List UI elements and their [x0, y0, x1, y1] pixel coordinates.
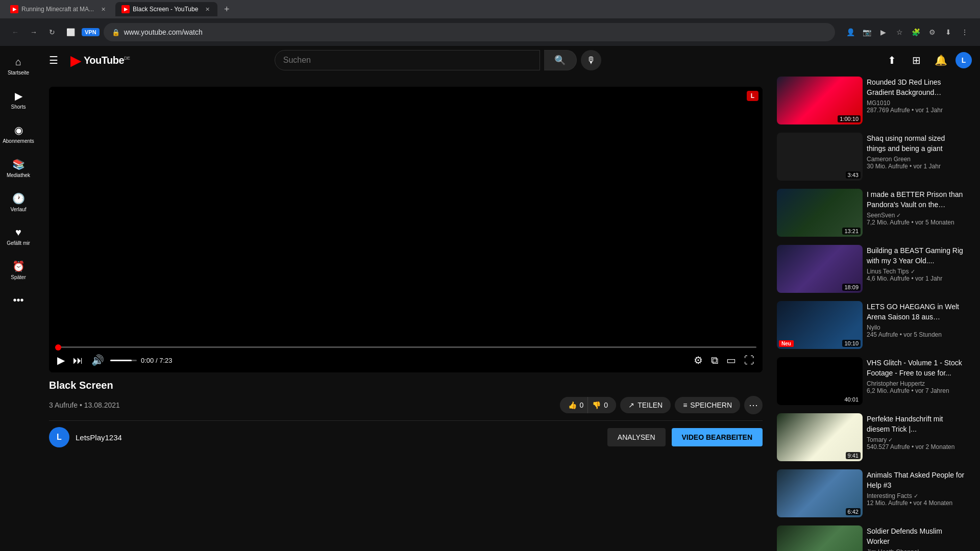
browser-tab-2[interactable]: ▶ Black Screen - YouTube ✕	[115, 2, 217, 16]
miniplayer-button[interactable]: ⧉	[709, 353, 720, 368]
volume-bar[interactable]	[110, 360, 137, 361]
recommendation-item[interactable]: 1:00:10 Rounded 3D Red Lines Gradient Ba…	[775, 74, 968, 127]
like-button[interactable]: 👍 0	[560, 397, 588, 413]
address-bar[interactable]: 🔒 www.youtube.com/watch	[104, 23, 835, 41]
search-bar[interactable]	[275, 50, 540, 70]
more-icon: •••	[13, 294, 23, 306]
more-actions-button[interactable]: ⋯	[744, 396, 763, 414]
rec-stats: 12 Mio. Aufrufe • vor 4 Monaten	[867, 499, 966, 507]
sidebar-item-liked[interactable]: ♥ Gefällt mir	[0, 220, 37, 252]
like-count: 0	[580, 401, 584, 409]
rec-thumbnail: 13:21	[777, 189, 863, 237]
rec-info: Animals That Asked People for Help #3 In…	[867, 469, 966, 517]
sidebar-item-subscriptions[interactable]: ◉ Abonnements	[0, 118, 37, 150]
rec-duration: 18:09	[842, 284, 861, 291]
back-button[interactable]: ←	[8, 25, 22, 39]
rec-info: Perfekte Handschrift mit diesem Trick |.…	[867, 413, 966, 461]
video-section: L ▶ ⏭ 🔊	[37, 74, 775, 551]
volume-button[interactable]: 🔊	[89, 352, 106, 368]
more-options-icon[interactable]: ⋮	[958, 25, 972, 39]
bookmark-icon[interactable]: ☆	[892, 25, 906, 39]
sidebar-liked-label: Gefällt mir	[7, 240, 30, 246]
progress-dot	[55, 344, 61, 350]
sidebar-item-library[interactable]: 📚 Mediathek	[0, 152, 37, 184]
rec-channel: Jim Heath Channel	[867, 548, 966, 551]
rec-channel: Tomary ✓	[867, 436, 966, 443]
verified-icon: ✓	[914, 493, 918, 499]
yt-logo-icon: ▶	[70, 52, 82, 69]
sidebar-item-shorts[interactable]: ▶ Shorts	[0, 84, 37, 116]
rec-title: Perfekte Handschrift mit diesem Trick |.…	[867, 414, 966, 434]
rec-channel: MG1010	[867, 99, 966, 107]
yt-narrow-sidebar: ⌂ Startseite ▶ Shorts ◉ Abonnements 📚 Me…	[0, 46, 37, 551]
tab-close-2[interactable]: ✕	[203, 5, 211, 13]
yt-main-content: ☰ ▶ YouTubeDE 🔍 🎙 ⬆ ⊞ 🔔 L	[37, 46, 980, 551]
channel-avatar[interactable]: L	[49, 427, 69, 447]
notifications-button[interactable]: 🔔	[931, 50, 951, 70]
vpn-badge[interactable]: VPN	[82, 28, 100, 36]
download-icon[interactable]: ⬇	[941, 25, 955, 39]
recommendation-item[interactable]: 10:10 Neu LETS GO HAEGANG in Welt Arena …	[775, 299, 968, 351]
sidebar-item-history[interactable]: 🕐 Verlauf	[0, 186, 37, 218]
theater-button[interactable]: ▭	[724, 352, 738, 368]
play-button[interactable]: ▶	[55, 352, 67, 368]
rec-duration: 6:42	[846, 508, 861, 515]
rec-title: I made a BETTER Prison than Pandora's Va…	[867, 190, 966, 210]
rec-channel: Interesting Facts ✓	[867, 492, 966, 499]
recommendation-item[interactable]: 9:41 Perfekte Handschrift mit diesem Tri…	[775, 411, 968, 463]
next-button[interactable]: ⏭	[71, 353, 85, 368]
refresh-button[interactable]: ↻	[45, 25, 59, 39]
forward-button[interactable]: →	[27, 25, 41, 39]
browser-tab-1[interactable]: ▶ Running Minecraft at MA... ✕	[4, 2, 113, 16]
channel-name[interactable]: LetsPlay1234	[76, 433, 122, 442]
progress-bar[interactable]	[55, 346, 756, 348]
yt-logo[interactable]: ▶ YouTubeDE	[70, 52, 130, 69]
recommendation-item[interactable]: 13:21 I made a BETTER Prison than Pandor…	[775, 187, 968, 239]
save-button[interactable]: ≡ SPEICHERN	[675, 397, 740, 413]
sidebar-item-home[interactable]: ⌂ Startseite	[0, 50, 37, 82]
analyze-button[interactable]: ANALYSEN	[607, 428, 666, 446]
voice-search-button[interactable]: 🎙	[581, 50, 601, 70]
dislike-button[interactable]: 👎 0	[587, 397, 616, 413]
rec-stats: 7,2 Mio. Aufrufe • vor 5 Monaten	[867, 219, 966, 226]
yt-header: ☰ ▶ YouTubeDE 🔍 🎙 ⬆ ⊞ 🔔 L	[37, 46, 980, 74]
grid-button[interactable]: ⊞	[906, 50, 927, 70]
like-dislike-group: 👍 0 👎 0	[560, 397, 617, 413]
sidebar-item-later[interactable]: ⏰ Später	[0, 254, 37, 286]
search-input[interactable]	[283, 56, 531, 65]
fullscreen-button[interactable]: ⛶	[742, 353, 756, 368]
channel-info: LetsPlay1234	[76, 433, 122, 442]
cast-icon[interactable]: ▶	[876, 25, 890, 39]
user-avatar[interactable]: L	[955, 52, 972, 68]
rec-thumbnail: 1:00:10	[777, 77, 863, 124]
video-player[interactable]: L ▶ ⏭ 🔊	[49, 87, 763, 372]
tab-close-1[interactable]: ✕	[99, 5, 107, 13]
rec-thumbnail: 6:42	[777, 469, 863, 517]
recommendation-item[interactable]: 18:09 Building a BEAST Gaming Rig with m…	[775, 243, 968, 295]
extensions-icon[interactable]: 🧩	[909, 25, 923, 39]
recommendation-item[interactable]: Soldier Defends Muslim Worker Jim Heath …	[775, 523, 968, 551]
settings-button[interactable]: ⚙	[692, 352, 705, 368]
video-controls: ▶ ⏭ 🔊 0:00 / 7:23 ⚙	[49, 342, 763, 372]
recommendation-item[interactable]: 3:43 Shaq using normal sized things and …	[775, 131, 968, 183]
sidebar-history-label: Verlauf	[10, 207, 26, 212]
rec-duration: 9:41	[846, 452, 861, 459]
hamburger-menu[interactable]: ☰	[45, 50, 62, 70]
tab-group-button[interactable]: ⬜	[63, 25, 78, 39]
sidebar-item-more[interactable]: •••	[0, 288, 37, 312]
new-tab-button[interactable]: +	[219, 2, 234, 16]
recommendations-list: 1:00:10 Rounded 3D Red Lines Gradient Ba…	[775, 74, 968, 551]
edit-video-button[interactable]: VIDEO BEARBEITEN	[672, 428, 763, 446]
settings-icon[interactable]: ⚙	[925, 25, 939, 39]
verified-icon: ✓	[911, 268, 915, 275]
share-button[interactable]: ↗ TEILEN	[620, 397, 671, 413]
profile-sync-icon[interactable]: 👤	[843, 25, 857, 39]
search-button[interactable]: 🔍	[544, 50, 577, 70]
liked-icon: ♥	[15, 227, 21, 238]
screenshot-icon[interactable]: 📷	[860, 25, 874, 39]
rec-info: Shaq using normal sized things and being…	[867, 133, 966, 181]
recommendation-item[interactable]: 40:01 VHS Glitch - Volume 1 - Stock Foot…	[775, 355, 968, 407]
upload-button[interactable]: ⬆	[882, 50, 902, 70]
browser-toolbar: ← → ↻ ⬜ VPN 🔒 www.youtube.com/watch 👤 📷 …	[0, 18, 980, 46]
recommendation-item[interactable]: 6:42 Animals That Asked People for Help …	[775, 467, 968, 519]
